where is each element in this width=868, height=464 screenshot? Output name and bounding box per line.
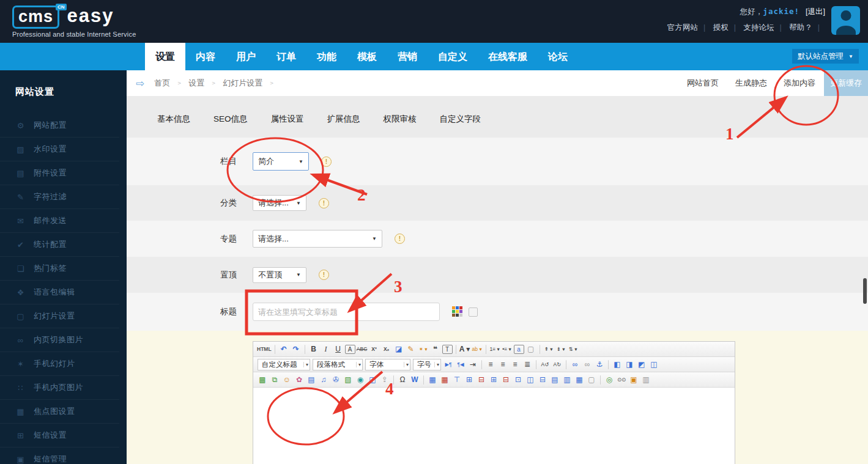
music-icon[interactable]: ♫ [318,374,329,385]
action-site-home[interactable]: 网站首页 [687,78,719,89]
table-title-icon[interactable]: ⊤ [451,374,462,385]
split-cell-horizontal-icon[interactable]: ◫ [525,374,536,385]
pin-select[interactable]: 不置顶 ▼ [253,267,306,283]
insert-table-icon[interactable]: ▦ [427,374,438,385]
ltr-paragraph-icon[interactable]: ▶¶ [443,359,454,370]
word-import-icon[interactable]: W [409,374,420,385]
paragraph-format-select[interactable]: 段落格式▾ [313,359,363,370]
emoji-icon[interactable]: ☺ [281,374,292,385]
insert-row-icon[interactable]: ⊞ [464,374,475,385]
font-family-select[interactable]: 字体▾ [365,359,410,370]
sidebar-item-mobile-inner-images[interactable]: ∷ 手机内页图片 [0,376,119,400]
special-char-icon[interactable]: Ω [397,374,408,385]
tab-permission-review[interactable]: 权限审核 [384,114,417,125]
flash-icon[interactable]: ◉ [355,374,366,385]
update-cache-button[interactable]: 更新缓存 [824,70,868,96]
editor-content[interactable] [253,388,735,464]
font-border-icon[interactable]: A [345,345,355,354]
sidebar-item-inner-page-images[interactable]: ∞ 内页切换图片 [0,328,119,352]
ordered-list-icon[interactable]: 1≡ ▾ [489,344,500,355]
paragraph-space-bottom-icon[interactable]: ⇟ ▾ [555,344,566,355]
inline-code-icon[interactable]: a [514,345,524,354]
delete-row-icon[interactable]: ⊟ [476,374,487,385]
nav-tab-templates[interactable]: 模板 [347,43,387,70]
map-icon[interactable]: ▧ [343,374,354,385]
rotate-text-left-icon[interactable]: A↺ [540,359,551,370]
crumb-settings[interactable]: 设置＞ [188,78,223,89]
image-float-left-icon[interactable]: ◧ [612,359,623,370]
sidebar-item-mail-send[interactable]: ✉ 邮件发送 [0,209,119,233]
action-generate-static[interactable]: 生成静态 [735,78,767,89]
insert-col-icon[interactable]: ⊞ [488,374,499,385]
nav-tab-online-service[interactable]: 在线客服 [478,43,538,70]
remote-image-icon[interactable]: ⇪ [379,374,390,385]
redo-icon[interactable]: ↷ [291,344,302,355]
paste-plain-text-icon[interactable]: T [442,345,453,354]
color-palette-icon[interactable] [452,306,463,317]
custom-title-select[interactable]: 自定义标题▾ [258,359,310,370]
row-props-icon[interactable]: ▥ [562,374,573,385]
title-input[interactable] [253,303,440,321]
sidebar-item-site-config[interactable]: ⚙ 网站配置 [0,114,119,138]
topic-select[interactable]: 请选择... ▼ [253,230,382,248]
user-avatar-icon[interactable] [831,6,860,35]
align-left-icon[interactable]: ≡ [485,359,496,370]
unordered-list-icon[interactable]: •≡ ▾ [502,344,513,355]
tab-seo-info[interactable]: SEO信息 [213,114,248,125]
sidebar-item-sms-settings[interactable]: ⊞ 短信设置 [0,424,119,447]
blockquote-icon[interactable]: ❝ [430,344,441,355]
sidebar-item-stats-config[interactable]: ✔ 统计配置 [0,233,119,257]
page-break-icon[interactable]: ▢ [586,374,597,385]
sidebar-item-language-pack[interactable]: ❖ 语言包编辑 [0,281,119,304]
nav-tab-users[interactable]: 用户 [226,43,266,70]
tab-extended-info[interactable]: 扩展信息 [327,114,360,125]
sidebar-item-sms-manage[interactable]: ▣ 短信管理 [0,447,119,464]
superscript-icon[interactable]: X² [369,344,380,355]
sidebar-item-attachments[interactable]: ▤ 附件设置 [0,161,119,185]
link-icon[interactable]: ∞ [569,359,581,370]
crumb-home[interactable]: 首页＞ [154,78,188,89]
align-right-icon[interactable]: ≡ [510,359,521,370]
bold-icon[interactable]: B [308,344,319,355]
sidebar-item-char-filter[interactable]: ✎ 字符过滤 [0,185,119,209]
scrollbar-thumb[interactable] [863,278,867,304]
underline-icon[interactable]: U [333,344,344,355]
undo-icon[interactable]: ↶ [278,344,289,355]
attachment-icon[interactable]: ✇ [330,374,341,385]
nav-tab-custom[interactable]: 自定义 [428,43,478,70]
scrawl-icon[interactable]: ✿ [294,374,305,385]
search-icon[interactable]: ◎ [604,374,615,385]
site-selector-dropdown[interactable]: 默认站点管理 ▼ [792,49,859,64]
unlink-icon[interactable]: ∞ [582,359,593,370]
columns-icon[interactable]: ◫ [367,374,378,385]
font-size-select[interactable]: 字号▾ [413,359,441,370]
font-color-icon[interactable]: A ▾ [459,344,470,355]
format-brush-icon[interactable]: ✎ [406,344,417,355]
table-props-icon[interactable]: ▤ [549,374,560,385]
sidebar-item-slideshow-settings[interactable]: ▢ 幻灯片设置 [0,304,119,328]
delete-col-icon[interactable]: ⊟ [500,374,511,385]
image-inline-icon[interactable]: ◩ [636,359,647,370]
new-page-icon[interactable]: ▢ [525,344,536,355]
italic-icon[interactable]: I [321,344,332,355]
tab-basic-info[interactable]: 基本信息 [157,114,190,125]
line-height-icon[interactable]: ⇅ ▾ [568,344,579,355]
subscript-icon[interactable]: X₂ [381,344,392,355]
source-code-button[interactable]: HTML [257,344,272,355]
split-cell-vertical-icon[interactable]: ⊟ [537,374,548,385]
sidebar-item-watermark[interactable]: ▨ 水印设置 [0,138,119,161]
align-center-icon[interactable]: ≡ [497,359,508,370]
sidebar-item-hot-tags[interactable]: ❏ 热门标签 [0,257,119,281]
logout-link[interactable]: [退出] [806,7,825,16]
rtl-paragraph-icon[interactable]: ¶◀ [455,359,466,370]
indent-icon[interactable]: ⇥ [467,359,478,370]
autotypeset-icon[interactable]: ✶ ▾ [418,344,429,355]
paragraph-space-top-icon[interactable]: ⇞ ▾ [543,344,554,355]
strikethrough-icon[interactable]: ABC [357,344,368,355]
tab-custom-fields[interactable]: 自定义字段 [440,114,481,125]
anchor-icon[interactable]: ⚓ [594,359,605,370]
nav-tab-orders[interactable]: 订单 [266,43,306,70]
col-props-icon[interactable]: ▦ [574,374,585,385]
nav-tab-features[interactable]: 功能 [306,43,347,70]
tab-attribute-settings[interactable]: 属性设置 [271,114,304,125]
